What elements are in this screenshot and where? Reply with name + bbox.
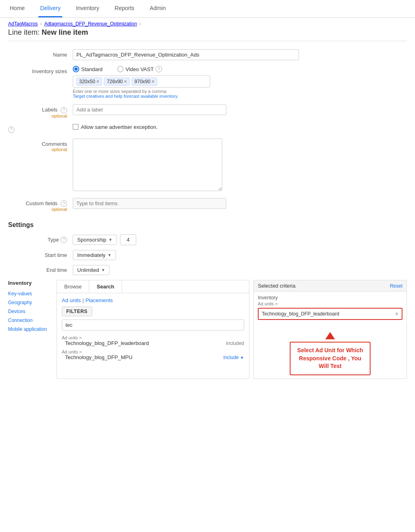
result-2-status[interactable]: include ▼ <box>223 355 244 360</box>
sidebar-key-values[interactable]: Key-values <box>8 291 57 296</box>
allow-same-help-icon[interactable]: ? <box>8 126 15 133</box>
nav-home[interactable]: Home <box>8 0 26 17</box>
annotation-box: Select Ad Unit for Which Responsive Code… <box>290 342 371 375</box>
custom-fields-content <box>73 198 407 209</box>
criteria-ad-units-sub: Ad units > <box>258 301 402 306</box>
breadcrumb-adtagmacros[interactable]: AdTagMacros <box>8 21 38 27</box>
result-item-2: Ad units > Technology_blog_DFP_MPU inclu… <box>62 348 244 362</box>
radio-standard-label: Standard <box>81 66 103 72</box>
inventory-sizes-content: Standard Video VAST ? 320x50 × 728x90 × … <box>73 66 407 99</box>
inventory-sidebar: Inventory Key-values Geography Devices C… <box>8 280 57 379</box>
selected-criteria-panel: Selected criteria Reset Inventory Ad uni… <box>253 280 407 379</box>
inventory-sizes-row: Inventory sizes Standard Video VAST ? 32… <box>8 66 407 99</box>
criteria-tag-remove[interactable]: × <box>395 311 398 317</box>
allow-same-label-spacer: ? <box>8 124 73 133</box>
type-help-icon[interactable]: ? <box>61 237 67 243</box>
placements-link[interactable]: Placements <box>85 297 113 303</box>
tab-search[interactable]: Search <box>89 280 122 293</box>
inventory-tabs: Browse Search <box>57 280 249 293</box>
tab-browse[interactable]: Browse <box>57 280 89 293</box>
comments-textarea[interactable] <box>73 139 222 191</box>
type-row: Type ? Sponsorship ▼ <box>0 234 415 245</box>
size-tag-970: 970x90 × <box>132 78 157 86</box>
sidebar-connection[interactable]: Connection <box>8 318 57 323</box>
start-time-label: Start time <box>8 252 73 258</box>
inventory-sidebar-title: Inventory <box>8 280 57 286</box>
radio-video-vast-circle <box>117 66 124 72</box>
labels-row: Labels ? optional <box>8 104 407 118</box>
labels-label: Labels ? optional <box>8 104 73 118</box>
annotation-container: Select Ad Unit for Which Responsive Code… <box>258 332 402 375</box>
selected-criteria-title: Selected criteria <box>258 283 295 289</box>
page-title: Line item: New line item <box>0 27 415 41</box>
custom-fields-input[interactable] <box>73 198 226 209</box>
allow-same-row: ? Allow same advertiser exception. <box>8 124 407 133</box>
start-time-dropdown[interactable]: Immediately ▼ <box>73 250 116 260</box>
name-row: Name <box>8 49 407 60</box>
allow-same-checkbox[interactable] <box>73 124 78 130</box>
video-vast-help-icon[interactable]: ? <box>156 66 162 72</box>
custom-fields-label: Custom fields ? optional <box>8 198 73 212</box>
radio-video-vast[interactable]: Video VAST ? <box>117 66 162 72</box>
labels-help-icon[interactable]: ? <box>61 107 67 114</box>
top-navigation: Home Delivery Inventory Reports Admin <box>0 0 415 18</box>
allow-same-content: Allow same advertiser exception. <box>73 124 407 130</box>
type-dropdown[interactable]: Sponsorship ▼ <box>73 235 117 245</box>
radio-standard[interactable]: Standard <box>73 66 103 72</box>
size-hint: Enter one or more sizes separated by a c… <box>73 89 407 99</box>
search-input-panel[interactable] <box>62 320 244 330</box>
end-time-row: End time Unlimited ▼ <box>0 265 415 275</box>
breadcrumb-revenue-opt[interactable]: Adtagmacros_DFP_Revenue_Optimization <box>44 21 137 27</box>
right-panel-header: Selected criteria Reset <box>253 280 407 291</box>
name-content <box>73 49 407 60</box>
nav-inventory[interactable]: Inventory <box>74 0 101 17</box>
comments-content <box>73 139 407 192</box>
result-2-dropdown-arrow[interactable]: ▼ <box>240 355 244 360</box>
inventory-section: Inventory Key-values Geography Devices C… <box>0 280 415 379</box>
ad-units-row: Ad units | Placements <box>62 297 244 303</box>
annotation-arrow <box>325 332 335 339</box>
type-label: Type ? <box>8 237 73 243</box>
end-time-label: End time <box>8 267 73 273</box>
size-tags: 320x50 × 728x90 × 970x90 × <box>73 76 210 88</box>
breadcrumb: AdTagMacros › Adtagmacros_DFP_Revenue_Op… <box>0 18 415 27</box>
type-content: Sponsorship ▼ <box>73 234 136 245</box>
criteria-tag: Technology_blog_DFP_leaderboard × <box>258 308 402 320</box>
custom-fields-help-icon[interactable]: ? <box>61 200 67 207</box>
name-label: Name <box>8 49 73 58</box>
panel-body: Ad units | Placements FILTERS Ad units >… <box>57 293 249 366</box>
nav-admin[interactable]: Admin <box>148 0 168 17</box>
type-number-input[interactable] <box>120 234 136 245</box>
comments-row: Comments optional <box>8 139 407 192</box>
result-1-status: included <box>226 341 244 346</box>
size-hint-link[interactable]: Target creatives and help forecast avail… <box>73 94 179 99</box>
end-time-arrow: ▼ <box>101 268 105 272</box>
custom-fields-row: Custom fields ? optional <box>8 198 407 212</box>
type-dropdown-arrow: ▼ <box>108 238 112 242</box>
labels-input[interactable] <box>73 104 226 115</box>
sidebar-geography[interactable]: Geography <box>8 300 57 305</box>
sidebar-devices[interactable]: Devices <box>8 309 57 314</box>
end-time-content: Unlimited ▼ <box>73 265 110 275</box>
remove-728[interactable]: × <box>124 79 127 84</box>
end-time-dropdown[interactable]: Unlimited ▼ <box>73 265 110 275</box>
criteria-inventory-label: Inventory <box>258 295 402 301</box>
sidebar-mobile-app[interactable]: Mobile application <box>8 326 57 332</box>
nav-delivery[interactable]: Delivery <box>38 0 62 17</box>
remove-970[interactable]: × <box>152 79 154 84</box>
nav-reports[interactable]: Reports <box>113 0 136 17</box>
filters-button[interactable]: FILTERS <box>62 307 92 316</box>
right-panel-body: Inventory Ad units > Technology_blog_DFP… <box>253 291 407 379</box>
start-time-arrow: ▼ <box>107 253 112 257</box>
ad-units-link[interactable]: Ad units <box>62 297 81 303</box>
remove-320[interactable]: × <box>96 79 99 84</box>
reset-link[interactable]: Reset <box>390 283 402 289</box>
result-1-name[interactable]: Technology_blog_DFP_leaderboard <box>62 340 149 346</box>
name-input[interactable] <box>73 49 299 60</box>
start-time-row: Start time Immediately ▼ <box>0 250 415 260</box>
radio-video-vast-label: Video VAST <box>126 66 154 72</box>
inventory-sizes-label: Inventory sizes <box>8 66 73 74</box>
size-tag-728: 728x90 × <box>104 78 129 86</box>
radio-standard-circle <box>73 66 79 72</box>
result-2-name[interactable]: Technology_blog_DFP_MPU <box>62 354 133 360</box>
